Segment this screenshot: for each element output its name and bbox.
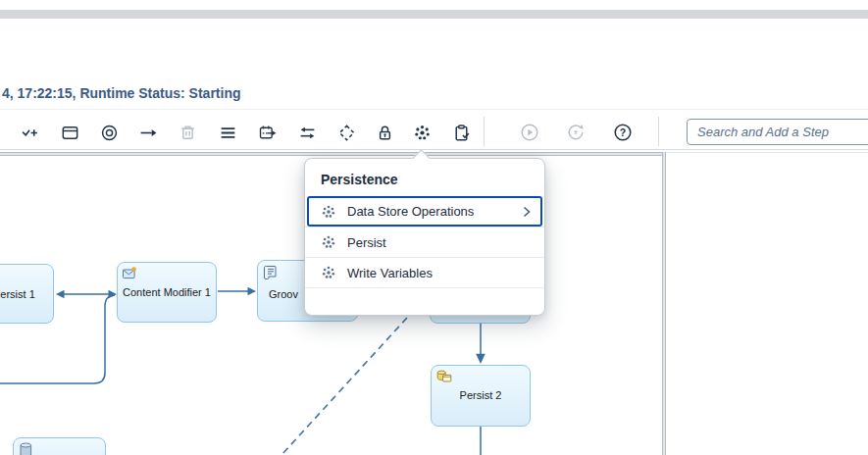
clipboard-check-icon[interactable] [449, 121, 473, 144]
toolbar-divider [658, 117, 659, 146]
persistence-item-icon [321, 204, 336, 220]
restart-icon [564, 121, 587, 144]
connector-icon[interactable] [136, 121, 160, 144]
persist-icon [436, 370, 452, 387]
top-gray-bar [0, 10, 868, 19]
add-step-icon[interactable] [18, 121, 41, 144]
menu-bottom-area [305, 287, 544, 315]
menu-item-persist[interactable]: Persist [305, 227, 544, 257]
content-modifier-icon [123, 267, 137, 283]
play-icon [518, 121, 541, 144]
node-label: Persist 2 [460, 388, 502, 402]
submenu-chevron-icon [523, 206, 531, 218]
menu-item-label: Persist [347, 235, 386, 250]
menu-title: Persistence [305, 159, 544, 196]
flow-node-data-store[interactable] [13, 437, 106, 455]
node-label: Groov [269, 286, 298, 300]
flow-node-persist-2[interactable]: Persist 2 [431, 365, 531, 427]
node-label: Content Modifier 1 [123, 285, 211, 299]
persistence-item-icon [321, 234, 336, 250]
svg-text:?: ? [620, 126, 626, 138]
persistence-menu: Persistence Data Store Operations Persis… [304, 158, 545, 316]
search-step-input[interactable] [687, 119, 868, 145]
help-icon[interactable]: ? [611, 121, 635, 144]
runtime-status-text: 4, 17:22:15, Runtime Status: Starting [2, 85, 241, 101]
delete-icon [176, 121, 199, 144]
security-icon[interactable] [373, 121, 396, 144]
flow-node-persist-1[interactable]: Persist 1 [0, 264, 54, 324]
right-panel-top-line [666, 152, 868, 153]
node-label: Persist 1 [0, 286, 35, 300]
script-scroll-icon [263, 265, 278, 283]
menu-item-label: Data Store Operations [347, 204, 474, 219]
events-icon[interactable] [255, 121, 279, 144]
menu-item-write-variables[interactable]: Write Variables [305, 257, 544, 287]
persistence-icon[interactable] [410, 121, 434, 144]
process-icon[interactable] [97, 121, 121, 144]
participant-icon[interactable] [58, 121, 81, 144]
routing-icon[interactable] [334, 121, 358, 144]
menu-item-label: Write Variables [347, 266, 433, 280]
pool-top-border [0, 152, 664, 156]
panel-splitter[interactable] [662, 152, 666, 455]
flow-node-content-modifier[interactable]: Content Modifier 1 [117, 262, 217, 323]
data-store-icon [19, 442, 33, 455]
external-call-icon[interactable] [295, 121, 319, 144]
persistence-item-icon [321, 265, 336, 280]
menu-item-data-store-operations[interactable]: Data Store Operations [307, 196, 542, 227]
toolbar-divider [484, 117, 485, 146]
lines-icon[interactable] [216, 121, 239, 144]
